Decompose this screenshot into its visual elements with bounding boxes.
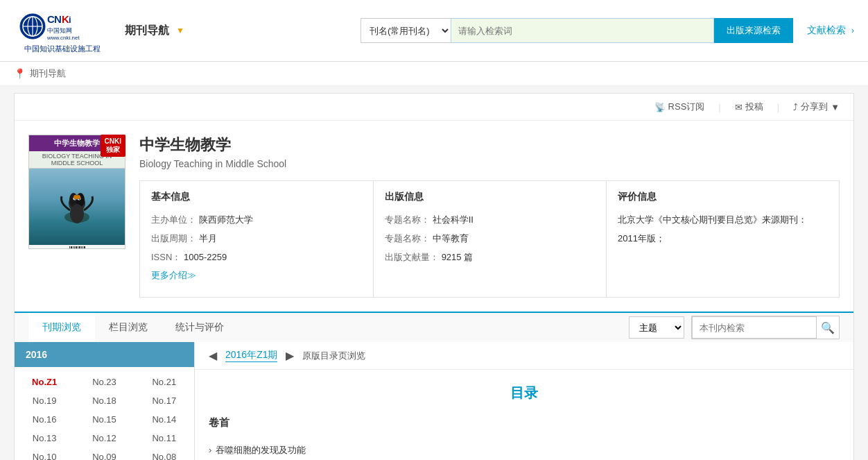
issue-item-13[interactable]: No.09 xyxy=(74,448,134,460)
header: C N K i 中国知网 www.cnki.net 中国知识基础设施工程 期刊导… xyxy=(0,0,868,62)
more-info-link[interactable]: 更多介绍≫ xyxy=(151,270,196,280)
organizer-row: 主办单位： 陕西师范大学 xyxy=(151,213,362,228)
issue-item-1[interactable]: No.23 xyxy=(74,373,134,391)
bullet-0: › xyxy=(209,442,211,458)
cnki-badge: CNKI 独家 xyxy=(101,135,125,157)
search-type-select[interactable]: 刊名(常用刊名) ISSN 主办单位 xyxy=(361,18,451,43)
publish-info-col: 出版信息 专题名称： 社会科学II 专题名称： 中等教育 出版文献量： 9215… xyxy=(373,181,606,297)
rss-action[interactable]: 📡 RSS订阅 xyxy=(654,101,705,113)
journal-cover: CNKI 独家 中学生物教学 BIOLOGY TEACHING IN MIDDL… xyxy=(28,135,125,298)
content-area: 目录 卷首 › 吞噬细胞的发现及功能 › 教育理论与教学研究·人教园地 🔵 陕师… xyxy=(195,370,853,460)
organizer-label: 主办单位： xyxy=(151,214,196,225)
more-link-row[interactable]: 更多介绍≫ xyxy=(151,269,362,283)
svg-text:www.cnki.net: www.cnki.net xyxy=(46,35,80,41)
issue-item-5[interactable]: No.17 xyxy=(134,391,194,410)
review-year: 2011年版； xyxy=(618,233,665,244)
issn-row: ISSN： 1005-2259 xyxy=(151,250,362,265)
issue-item-3[interactable]: No.19 xyxy=(15,391,74,410)
review-year-row: 2011年版； xyxy=(618,232,828,246)
issue-item-4[interactable]: No.18 xyxy=(74,391,134,410)
search-area: 刊名(常用刊名) ISSN 主办单位 出版来源检索 xyxy=(361,18,793,43)
separator1: | xyxy=(718,102,720,112)
count-label: 出版文献量： xyxy=(385,252,439,262)
issn-value: 1005-2259 xyxy=(184,252,227,262)
nav-dropdown-icon[interactable]: ▼ xyxy=(176,26,184,35)
current-issue-label[interactable]: 2016年Z1期 xyxy=(225,349,277,362)
topic1-row: 专题名称： 社会科学II xyxy=(385,213,595,228)
search-button[interactable]: 出版来源检索 xyxy=(714,18,793,43)
basic-info-header: 基本信息 xyxy=(151,191,362,206)
rss-label[interactable]: RSS订阅 xyxy=(668,101,705,113)
logo-subtitle: 中国知识基础设施工程 xyxy=(24,44,101,54)
article-item-0: › 吞噬细胞的发现及功能 xyxy=(209,442,840,458)
next-issue-button[interactable]: ▶ xyxy=(286,349,294,362)
issue-item-6[interactable]: No.16 xyxy=(15,410,74,429)
issue-item-0[interactable]: No.Z1 xyxy=(15,373,74,391)
year-sidebar: 2016 No.Z1No.23No.21No.19No.18No.17No.16… xyxy=(15,342,195,460)
logo-area[interactable]: C N K i 中国知网 www.cnki.net 中国知识基础设施工程 xyxy=(14,7,111,54)
svg-text:N: N xyxy=(54,13,62,25)
svg-point-21 xyxy=(76,195,80,199)
info-grid: 基本信息 主办单位： 陕西师范大学 出版周期： 半月 ISSN： 1005-22… xyxy=(139,180,840,298)
svg-point-19 xyxy=(70,204,84,223)
count-value: 9215 篇 xyxy=(442,252,474,262)
share-label[interactable]: 分享到 xyxy=(801,101,828,113)
nav-title[interactable]: 期刊导航 xyxy=(125,24,169,38)
issue-item-10[interactable]: No.12 xyxy=(74,429,134,448)
submit-action[interactable]: ✉ 投稿 xyxy=(735,101,763,113)
frequency-label: 出版周期： xyxy=(151,233,196,244)
review-info-header: 评价信息 xyxy=(618,191,828,206)
count-row: 出版文献量： 9215 篇 xyxy=(385,250,595,265)
search-input[interactable] xyxy=(451,18,714,43)
review-description: 北京大学《中文核心期刊要目总览》来源期刊： xyxy=(618,214,807,225)
in-journal-search-button[interactable]: 🔍 xyxy=(817,321,839,334)
tabs-section: 刊期浏览 栏目浏览 统计与评价 主题 作者 标题 🔍 xyxy=(15,312,853,342)
topic2-label: 专题名称： xyxy=(385,233,430,244)
literature-search-link[interactable]: 文献检索 xyxy=(807,24,846,37)
in-journal-search-input[interactable] xyxy=(692,316,817,339)
issue-nav: ◀ 2016年Z1期 ▶ 原版目录页浏览 xyxy=(195,342,853,370)
issue-item-12[interactable]: No.10 xyxy=(15,448,74,460)
tab-column-browse[interactable]: 栏目浏览 xyxy=(95,313,162,343)
separator2: | xyxy=(777,102,779,112)
header-right[interactable]: 文献检索 › xyxy=(807,24,854,37)
location-icon: 📍 xyxy=(14,68,26,79)
issn-label: ISSN： xyxy=(151,252,181,262)
right-panel: ◀ 2016年Z1期 ▶ 原版目录页浏览 目录 卷首 › 吞噬细胞的发现及功能 … xyxy=(195,342,853,460)
issue-item-7[interactable]: No.15 xyxy=(74,410,134,429)
submit-label[interactable]: 投稿 xyxy=(745,101,763,113)
svg-text:中国知网: 中国知网 xyxy=(47,27,72,34)
issue-item-2[interactable]: No.21 xyxy=(134,373,194,391)
issue-item-9[interactable]: No.13 xyxy=(15,429,74,448)
journal-section: CNKI 独家 中学生物教学 BIOLOGY TEACHING IN MIDDL… xyxy=(15,121,853,312)
prev-issue-button[interactable]: ◀ xyxy=(209,349,217,362)
frequency-row: 出版周期： 半月 xyxy=(151,232,362,246)
rss-icon: 📡 xyxy=(654,102,666,112)
issue-item-11[interactable]: No.11 xyxy=(134,429,194,448)
organizer-value: 陕西师范大学 xyxy=(199,214,253,225)
issue-item-14[interactable]: No.08 xyxy=(134,448,194,460)
issue-item-8[interactable]: No.14 xyxy=(134,410,194,429)
article-link-0[interactable]: 吞噬细胞的发现及功能 xyxy=(216,442,306,458)
tab-issue-browse[interactable]: 刊期浏览 xyxy=(28,313,95,343)
journal-title-en: Biology Teaching in Middle School xyxy=(139,158,840,169)
frequency-value: 半月 xyxy=(199,233,217,244)
cnki-logo-svg: C N K i 中国知网 www.cnki.net xyxy=(17,9,107,44)
in-journal-search: 🔍 xyxy=(691,316,840,339)
journal-info: 中学生物教学 Biology Teaching in Middle School… xyxy=(139,135,840,298)
review-info-col: 评价信息 北京大学《中文核心期刊要目总览》来源期刊： 2011年版； xyxy=(606,181,839,297)
share-action[interactable]: ⤴ 分享到 ▼ xyxy=(793,101,840,113)
breadcrumb-item[interactable]: 期刊导航 xyxy=(30,67,66,80)
breadcrumb: 📍 期刊导航 xyxy=(0,62,868,86)
theme-select[interactable]: 主题 作者 标题 xyxy=(629,316,684,339)
top-actions: 📡 RSS订阅 | ✉ 投稿 | ⤴ 分享到 ▼ xyxy=(15,94,853,121)
section-header-0: 卷首 xyxy=(209,416,840,434)
topic2-row: 专题名称： 中等教育 xyxy=(385,232,595,246)
tab-stats[interactable]: 统计与评价 xyxy=(162,313,238,343)
original-browse-link[interactable]: 原版目录页浏览 xyxy=(302,350,365,362)
svg-text:i: i xyxy=(69,15,71,25)
right-arrow-icon: › xyxy=(851,26,854,35)
nav-section: 期刊导航 ▼ xyxy=(125,24,333,38)
basic-info-col: 基本信息 主办单位： 陕西师范大学 出版周期： 半月 ISSN： 1005-22… xyxy=(140,181,373,297)
year-header[interactable]: 2016 xyxy=(15,342,194,367)
